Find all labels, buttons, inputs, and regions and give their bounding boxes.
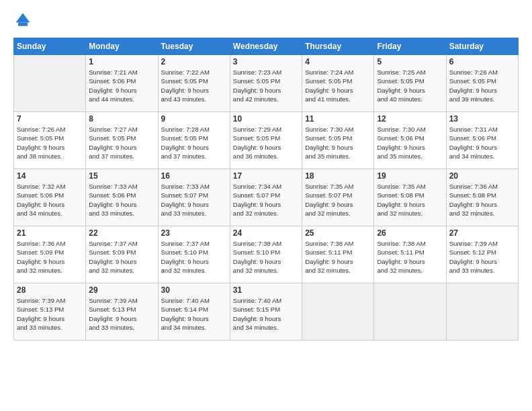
calendar-cell: 7Sunrise: 7:26 AM Sunset: 5:05 PM Daylig…: [14, 112, 86, 169]
day-info: Sunrise: 7:26 AM Sunset: 5:05 PM Dayligh…: [17, 125, 83, 161]
calendar: SundayMondayTuesdayWednesdayThursdayFrid…: [13, 38, 519, 340]
day-number: 6: [449, 57, 515, 66]
calendar-cell: [446, 283, 518, 340]
calendar-cell: 19Sunrise: 7:35 AM Sunset: 5:08 PM Dayli…: [374, 169, 446, 226]
day-info: Sunrise: 7:34 AM Sunset: 5:07 PM Dayligh…: [233, 182, 299, 218]
day-number: 9: [161, 114, 227, 124]
day-number: 27: [449, 228, 515, 238]
day-number: 1: [89, 57, 154, 66]
calendar-cell: 5Sunrise: 7:25 AM Sunset: 5:05 PM Daylig…: [374, 55, 446, 112]
calendar-cell: 12Sunrise: 7:30 AM Sunset: 5:06 PM Dayli…: [374, 112, 446, 169]
weekday-row: SundayMondayTuesdayWednesdayThursdayFrid…: [14, 38, 519, 55]
logo-icon: [13, 11, 32, 30]
day-number: 21: [17, 228, 83, 238]
day-number: 12: [377, 114, 443, 124]
day-info: Sunrise: 7:35 AM Sunset: 5:07 PM Dayligh…: [305, 182, 371, 218]
header: [13, 11, 519, 30]
calendar-cell: [374, 283, 446, 340]
calendar-cell: 25Sunrise: 7:38 AM Sunset: 5:11 PM Dayli…: [302, 226, 374, 283]
day-info: Sunrise: 7:36 AM Sunset: 5:08 PM Dayligh…: [449, 182, 515, 218]
day-number: 25: [305, 228, 371, 238]
calendar-cell: 21Sunrise: 7:36 AM Sunset: 5:09 PM Dayli…: [14, 226, 86, 283]
calendar-cell: 23Sunrise: 7:37 AM Sunset: 5:10 PM Dayli…: [158, 226, 230, 283]
calendar-cell: 29Sunrise: 7:39 AM Sunset: 5:13 PM Dayli…: [86, 283, 158, 340]
page: SundayMondayTuesdayWednesdayThursdayFrid…: [0, 0, 532, 411]
day-number: 17: [233, 171, 299, 181]
calendar-cell: 10Sunrise: 7:29 AM Sunset: 5:05 PM Dayli…: [230, 112, 302, 169]
calendar-cell: 16Sunrise: 7:33 AM Sunset: 5:07 PM Dayli…: [158, 169, 230, 226]
day-number: 16: [161, 171, 227, 181]
day-number: 7: [17, 114, 83, 124]
day-info: Sunrise: 7:27 AM Sunset: 5:05 PM Dayligh…: [89, 125, 154, 161]
day-info: Sunrise: 7:29 AM Sunset: 5:05 PM Dayligh…: [233, 125, 299, 161]
calendar-cell: [14, 55, 86, 112]
day-info: Sunrise: 7:39 AM Sunset: 5:13 PM Dayligh…: [89, 296, 154, 332]
calendar-cell: 2Sunrise: 7:22 AM Sunset: 5:05 PM Daylig…: [158, 55, 230, 112]
calendar-cell: 8Sunrise: 7:27 AM Sunset: 5:05 PM Daylig…: [86, 112, 158, 169]
calendar-cell: 18Sunrise: 7:35 AM Sunset: 5:07 PM Dayli…: [302, 169, 374, 226]
calendar-cell: 27Sunrise: 7:39 AM Sunset: 5:12 PM Dayli…: [446, 226, 518, 283]
calendar-week: 14Sunrise: 7:32 AM Sunset: 5:06 PM Dayli…: [14, 169, 519, 226]
weekday-header: Sunday: [14, 38, 86, 55]
weekday-header: Tuesday: [158, 38, 230, 55]
day-info: Sunrise: 7:36 AM Sunset: 5:09 PM Dayligh…: [17, 239, 83, 275]
day-number: 10: [233, 114, 299, 124]
day-info: Sunrise: 7:38 AM Sunset: 5:11 PM Dayligh…: [305, 239, 371, 275]
day-info: Sunrise: 7:26 AM Sunset: 5:05 PM Dayligh…: [449, 68, 515, 103]
calendar-cell: 4Sunrise: 7:24 AM Sunset: 5:05 PM Daylig…: [302, 55, 374, 112]
weekday-header: Thursday: [302, 38, 374, 55]
day-info: Sunrise: 7:23 AM Sunset: 5:05 PM Dayligh…: [233, 68, 299, 103]
day-number: 26: [377, 228, 443, 238]
calendar-cell: 13Sunrise: 7:31 AM Sunset: 5:06 PM Dayli…: [446, 112, 518, 169]
calendar-cell: 11Sunrise: 7:30 AM Sunset: 5:05 PM Dayli…: [302, 112, 374, 169]
day-number: 23: [161, 228, 227, 238]
calendar-week: 28Sunrise: 7:39 AM Sunset: 5:13 PM Dayli…: [14, 283, 519, 340]
day-number: 31: [233, 285, 299, 295]
calendar-body: 1Sunrise: 7:21 AM Sunset: 5:06 PM Daylig…: [14, 55, 519, 340]
calendar-cell: 20Sunrise: 7:36 AM Sunset: 5:08 PM Dayli…: [446, 169, 518, 226]
day-info: Sunrise: 7:22 AM Sunset: 5:05 PM Dayligh…: [161, 68, 227, 103]
day-number: 5: [377, 57, 443, 66]
calendar-cell: 9Sunrise: 7:28 AM Sunset: 5:05 PM Daylig…: [158, 112, 230, 169]
svg-marker-0: [16, 13, 30, 23]
calendar-cell: 1Sunrise: 7:21 AM Sunset: 5:06 PM Daylig…: [86, 55, 158, 112]
day-info: Sunrise: 7:28 AM Sunset: 5:05 PM Dayligh…: [161, 125, 227, 161]
day-info: Sunrise: 7:24 AM Sunset: 5:05 PM Dayligh…: [305, 68, 371, 103]
day-number: 8: [89, 114, 154, 124]
day-info: Sunrise: 7:37 AM Sunset: 5:10 PM Dayligh…: [161, 239, 227, 275]
day-info: Sunrise: 7:35 AM Sunset: 5:08 PM Dayligh…: [377, 182, 443, 218]
svg-rect-1: [18, 23, 28, 26]
day-info: Sunrise: 7:39 AM Sunset: 5:12 PM Dayligh…: [449, 239, 515, 275]
day-info: Sunrise: 7:38 AM Sunset: 5:11 PM Dayligh…: [377, 239, 443, 275]
day-number: 2: [161, 57, 227, 66]
calendar-cell: 6Sunrise: 7:26 AM Sunset: 5:05 PM Daylig…: [446, 55, 518, 112]
day-number: 4: [305, 57, 371, 66]
calendar-cell: 14Sunrise: 7:32 AM Sunset: 5:06 PM Dayli…: [14, 169, 86, 226]
calendar-cell: [302, 283, 374, 340]
day-number: 15: [89, 171, 154, 181]
weekday-header: Wednesday: [230, 38, 302, 55]
calendar-cell: 30Sunrise: 7:40 AM Sunset: 5:14 PM Dayli…: [158, 283, 230, 340]
day-info: Sunrise: 7:40 AM Sunset: 5:14 PM Dayligh…: [161, 296, 227, 332]
calendar-week: 21Sunrise: 7:36 AM Sunset: 5:09 PM Dayli…: [14, 226, 519, 283]
day-info: Sunrise: 7:31 AM Sunset: 5:06 PM Dayligh…: [449, 125, 515, 161]
calendar-cell: 26Sunrise: 7:38 AM Sunset: 5:11 PM Dayli…: [374, 226, 446, 283]
day-info: Sunrise: 7:33 AM Sunset: 5:07 PM Dayligh…: [161, 182, 227, 218]
calendar-cell: 28Sunrise: 7:39 AM Sunset: 5:13 PM Dayli…: [14, 283, 86, 340]
logo: [13, 11, 35, 30]
day-number: 13: [449, 114, 515, 124]
weekday-header: Saturday: [446, 38, 518, 55]
calendar-cell: 3Sunrise: 7:23 AM Sunset: 5:05 PM Daylig…: [230, 55, 302, 112]
day-number: 18: [305, 171, 371, 181]
day-info: Sunrise: 7:30 AM Sunset: 5:06 PM Dayligh…: [377, 125, 443, 161]
calendar-header: SundayMondayTuesdayWednesdayThursdayFrid…: [14, 38, 519, 55]
day-number: 28: [17, 285, 83, 295]
day-number: 19: [377, 171, 443, 181]
day-info: Sunrise: 7:21 AM Sunset: 5:06 PM Dayligh…: [89, 68, 154, 103]
calendar-cell: 22Sunrise: 7:37 AM Sunset: 5:09 PM Dayli…: [86, 226, 158, 283]
calendar-cell: 17Sunrise: 7:34 AM Sunset: 5:07 PM Dayli…: [230, 169, 302, 226]
day-number: 22: [89, 228, 154, 238]
day-info: Sunrise: 7:37 AM Sunset: 5:09 PM Dayligh…: [89, 239, 154, 275]
day-number: 14: [17, 171, 83, 181]
day-number: 3: [233, 57, 299, 66]
